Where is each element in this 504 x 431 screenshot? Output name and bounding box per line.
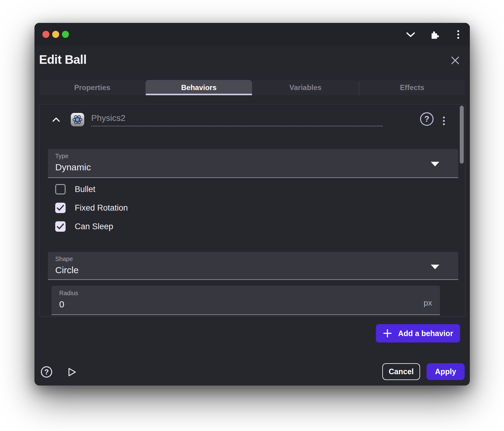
behavior-name-field[interactable]: Physics2 xyxy=(91,113,383,126)
behaviors-panel: Physics2 ? Type Dynamic Bullet Fixed Rot… xyxy=(39,104,465,317)
checkbox-fixed-rotation[interactable]: Fixed Rotation xyxy=(55,203,128,213)
checkbox-label: Bullet xyxy=(75,185,95,194)
checkbox-bullet[interactable]: Bullet xyxy=(55,184,128,194)
checkbox-can-sleep[interactable]: Can Sleep xyxy=(55,221,128,232)
type-select[interactable]: Type Dynamic xyxy=(48,149,458,178)
checkbox-box xyxy=(55,203,66,213)
radius-unit: px xyxy=(424,298,432,308)
checkbox-label: Fixed Rotation xyxy=(75,203,128,213)
chevron-down-icon[interactable] xyxy=(406,30,415,39)
add-behavior-label: Add a behavior xyxy=(398,329,453,338)
cancel-button[interactable]: Cancel xyxy=(382,363,420,380)
atom-icon xyxy=(70,113,85,127)
play-icon[interactable] xyxy=(66,366,77,378)
tab-bar: Properties Behaviors Variables Effects xyxy=(39,80,465,95)
behavior-header: Physics2 ? xyxy=(52,111,419,128)
tab-effects[interactable]: Effects xyxy=(359,80,466,95)
tab-label: Effects xyxy=(400,83,424,92)
traffic-light-minimize[interactable] xyxy=(52,31,59,38)
tab-variables[interactable]: Variables xyxy=(252,80,359,95)
apply-button[interactable]: Apply xyxy=(427,363,465,380)
caret-down-icon xyxy=(431,162,439,166)
plus-icon xyxy=(383,329,392,338)
traffic-lights xyxy=(42,31,69,38)
checkbox-group: Bullet Fixed Rotation Can Sleep xyxy=(55,184,128,240)
caret-down-icon xyxy=(431,265,439,269)
add-behavior-button[interactable]: Add a behavior xyxy=(376,324,460,342)
tab-behaviors[interactable]: Behaviors xyxy=(146,80,252,95)
titlebar-actions xyxy=(406,23,463,46)
type-select-value: Dynamic xyxy=(55,162,458,172)
tab-label: Variables xyxy=(290,83,322,92)
window-titlebar xyxy=(34,23,470,46)
checkbox-box xyxy=(55,221,66,232)
kebab-menu-icon[interactable] xyxy=(454,30,463,39)
traffic-light-maximize[interactable] xyxy=(62,31,69,38)
radius-input[interactable]: Radius 0 px xyxy=(52,286,440,315)
type-select-label: Type xyxy=(55,153,458,160)
tab-properties[interactable]: Properties xyxy=(39,80,146,95)
tab-label: Properties xyxy=(74,83,110,92)
help-circle-icon[interactable]: ? xyxy=(420,112,434,126)
radius-value: 0 xyxy=(59,299,440,310)
collapse-chevron-up-icon[interactable] xyxy=(52,116,60,124)
behavior-kebab-menu-icon[interactable] xyxy=(443,115,445,127)
close-icon[interactable] xyxy=(450,55,461,66)
edit-ball-dialog: Edit Ball Properties Behaviors Variables… xyxy=(34,23,470,386)
help-circle-icon[interactable]: ? xyxy=(41,366,52,378)
puzzle-icon[interactable] xyxy=(430,30,439,39)
checkbox-box xyxy=(55,184,66,194)
shape-select-value: Circle xyxy=(55,265,458,275)
tab-label: Behaviors xyxy=(181,83,217,92)
page-title: Edit Ball xyxy=(39,53,87,66)
radius-label: Radius xyxy=(59,290,440,297)
shape-select-label: Shape xyxy=(55,255,458,263)
shape-select[interactable]: Shape Circle xyxy=(48,252,458,280)
traffic-light-close[interactable] xyxy=(42,31,49,38)
checkbox-label: Can Sleep xyxy=(75,222,113,231)
scrollbar-thumb[interactable] xyxy=(460,106,464,164)
